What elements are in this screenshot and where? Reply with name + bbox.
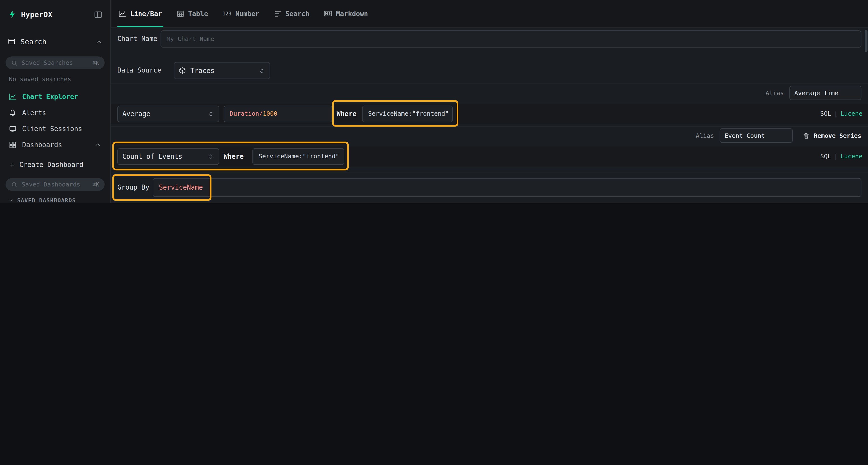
create-dashboard-button[interactable]: Create Dashboard [0,159,110,170]
alias-label: Alias [695,132,714,139]
remove-series-label: Remove Series [814,132,862,139]
hyperdx-logo-icon [8,10,17,19]
series2-alias-row: Alias Remove Series [111,128,868,143]
dashboard-grid-icon [9,141,17,148]
number-123-icon: 123 [222,11,231,16]
nav-label: Alerts [22,109,46,117]
chevron-up-icon [95,38,102,45]
aggfn-value: Count of Events [122,153,182,161]
chart-explorer-icon [9,93,17,100]
saved-dashboards-section-header[interactable]: SAVED DASHBOARDS [8,198,110,203]
search-section-label: Search [21,37,46,45]
markdown-icon [324,9,332,18]
tab-number[interactable]: 123 Number [222,0,259,27]
series1-where-input[interactable]: ServiceName:"frontend" [362,106,453,122]
group-by-value: ServiceName [159,184,203,191]
group-by-input[interactable]: ServiceName [153,178,862,197]
pipe-separator: | [834,110,838,117]
where-value: ServiceName:"frontend" [368,110,449,117]
series2-where-input[interactable]: ServiceName:"frontend" [252,148,344,165]
divider [111,126,868,127]
series2-where-label: Where [224,146,244,166]
tab-label: Number [235,10,259,18]
nav-label: Client Sessions [22,125,82,133]
series1-field-input[interactable]: Duration/1000 [224,106,332,122]
list-lines-icon [274,10,281,18]
shortcut-badge: ⌘K [92,60,99,66]
remove-series-button[interactable]: Remove Series [803,132,862,139]
chart-explorer-content: Chart Name Data Source Traces Alias Aver… [111,28,868,203]
lucene-toggle[interactable]: Lucene [840,153,863,160]
saved-searches-placeholder: Saved Searches [22,59,73,66]
plus-icon [9,162,15,168]
series2-aggfn-select[interactable]: Count of Events [117,148,219,165]
field-expression: Duration/ [230,110,263,117]
collapse-sidebar-button[interactable] [94,10,102,18]
sidebar-item-client-sessions[interactable]: Client Sessions [0,121,110,137]
nav-label: Chart Explorer [22,93,78,100]
series1-where-label: Where [337,104,356,124]
tab-search[interactable]: Search [274,0,309,27]
search-section-header[interactable]: Search [0,34,110,49]
search-panel-icon [8,38,16,45]
alias-label: Alias [766,89,784,97]
select-chevrons-icon [208,110,214,117]
logo-row: HyperDX [0,0,110,29]
cube-icon [179,67,186,74]
main-panel: Line/Bar Table 123 Number Search Markdow… [111,0,868,203]
no-saved-searches-text: No saved searches [9,76,110,83]
app-window: HyperDX Search Saved Searches ⌘K No save… [0,0,868,203]
sidebar: HyperDX Search Saved Searches ⌘K No save… [0,0,111,203]
data-source-row: Data Source Traces [111,62,868,79]
select-chevrons-icon [258,67,265,74]
tab-label: Markdown [336,10,368,18]
divider [111,83,868,84]
tab-line-bar[interactable]: Line/Bar [118,0,162,27]
chevron-down-icon [8,198,14,203]
series2-alias-input[interactable] [719,128,793,143]
pipe-separator: | [834,153,838,160]
series1-language-switch: SQL|Lucene [820,104,863,124]
chevron-up-icon [94,141,101,148]
divider [111,172,868,173]
series1-alias-row: Alias [111,86,868,100]
sidebar-item-chart-explorer[interactable]: Chart Explorer [0,89,110,105]
series2-row: Count of Events Where ServiceName:"front… [111,146,868,166]
chart-name-input[interactable] [161,30,862,47]
series1-row: Average Duration/1000 Where ServiceName:… [111,104,868,124]
sql-toggle[interactable]: SQL [820,110,831,117]
chart-name-row: Chart Name [111,30,868,47]
sql-toggle[interactable]: SQL [820,153,831,160]
series1-alias-input[interactable] [789,86,861,100]
aggfn-value: Average [122,110,150,118]
section-header-label: SAVED DASHBOARDS [17,198,76,203]
group-by-row: Group By ServiceName [111,178,868,197]
group-by-label: Group By [117,178,150,197]
sidebar-item-alerts[interactable]: Alerts [0,105,110,121]
bell-icon [9,109,17,117]
saved-dashboards-placeholder: Saved Dashboards [22,181,80,188]
saved-dashboards-input[interactable]: Saved Dashboards ⌘K [5,178,105,191]
create-dashboard-label: Create Dashboard [19,161,83,169]
data-source-value: Traces [190,67,215,74]
search-icon [11,60,18,66]
table-icon [177,10,184,18]
field-number: 1000 [263,110,278,117]
view-tabbar: Line/Bar Table 123 Number Search Markdow… [111,0,868,28]
tab-table[interactable]: Table [177,0,208,27]
trash-icon [803,132,810,139]
where-value: ServiceName:"frontend" [258,153,339,160]
tab-markdown[interactable]: Markdown [324,0,368,27]
select-chevrons-icon [208,153,214,160]
sidebar-item-dashboards[interactable]: Dashboards [0,137,110,153]
data-source-select[interactable]: Traces [174,62,270,79]
saved-searches-input[interactable]: Saved Searches ⌘K [5,56,105,69]
search-icon [11,181,18,188]
lucene-toggle[interactable]: Lucene [840,110,863,117]
series2-language-switch: SQL|Lucene [820,146,863,166]
sidebar-nav: Chart Explorer Alerts Client Sessions Da… [0,89,110,153]
shortcut-badge: ⌘K [92,181,99,188]
tab-label: Search [285,10,310,18]
series1-aggfn-select[interactable]: Average [117,106,219,122]
app-title: HyperDX [21,10,53,18]
